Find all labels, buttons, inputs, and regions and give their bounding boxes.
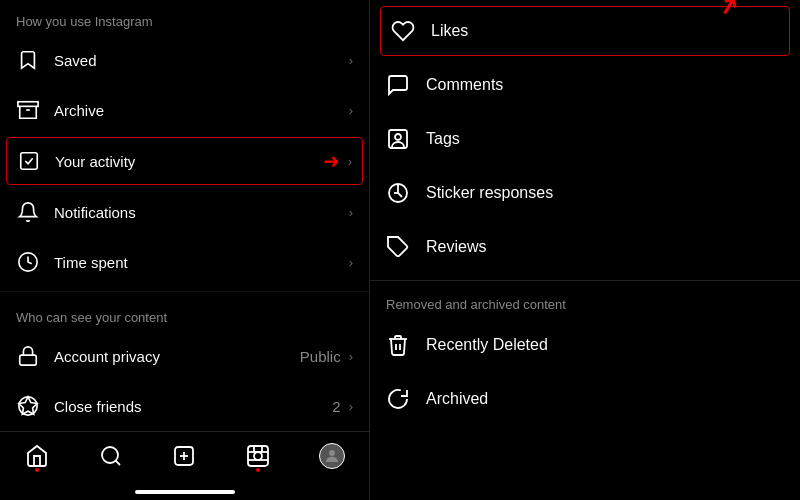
- home-nav-dot: [35, 468, 39, 472]
- menu-item-your-activity[interactable]: Your activity ➜ ›: [6, 137, 363, 185]
- right-panel: Likes ➜ Comments Tags: [370, 0, 800, 500]
- account-privacy-label: Account privacy: [54, 348, 160, 365]
- section1-label: How you use Instagram: [0, 0, 369, 35]
- tag-person-icon: [386, 127, 410, 151]
- left-panel: How you use Instagram Saved › Ar: [0, 0, 370, 500]
- left-arrow-annotation: ➜: [323, 149, 340, 173]
- menu-item-tags[interactable]: Tags: [370, 112, 800, 166]
- activity-chevron: ›: [348, 154, 352, 169]
- notifications-chevron: ›: [349, 205, 353, 220]
- svg-point-13: [254, 452, 262, 460]
- section-divider: [0, 291, 369, 292]
- likes-label: Likes: [431, 22, 468, 40]
- clock-icon: [16, 250, 40, 274]
- menu-item-archived[interactable]: Archived: [370, 372, 800, 426]
- right-section2-label: Removed and archived content: [370, 287, 800, 318]
- menu-item-comments[interactable]: Comments: [370, 58, 800, 112]
- add-nav-icon[interactable]: [170, 442, 198, 470]
- bottom-nav: [0, 431, 369, 476]
- profile-nav-icon[interactable]: [318, 442, 346, 470]
- svg-rect-12: [248, 446, 268, 466]
- menu-item-close-friends[interactable]: Close friends 2 ›: [0, 381, 369, 431]
- close-friends-label: Close friends: [54, 398, 142, 415]
- search-nav-icon[interactable]: [97, 442, 125, 470]
- account-privacy-chevron: ›: [349, 349, 353, 364]
- close-friends-chevron: ›: [349, 399, 353, 414]
- menu-item-sticker-responses[interactable]: Sticker responses: [370, 166, 800, 220]
- your-activity-label: Your activity: [55, 153, 135, 170]
- comments-label: Comments: [426, 76, 503, 94]
- time-spent-chevron: ›: [349, 255, 353, 270]
- svg-rect-2: [21, 153, 38, 170]
- notifications-label: Notifications: [54, 204, 136, 221]
- heart-icon: [391, 19, 415, 43]
- close-friends-value: 2: [332, 398, 340, 415]
- menu-item-recently-deleted[interactable]: Recently Deleted: [370, 318, 800, 372]
- svg-rect-0: [18, 102, 38, 107]
- svg-point-18: [329, 450, 335, 456]
- svg-point-7: [102, 447, 118, 463]
- home-bar: [135, 490, 235, 494]
- menu-item-reviews[interactable]: Reviews: [370, 220, 800, 274]
- reels-nav-icon[interactable]: [244, 442, 272, 470]
- lock-icon: [16, 344, 40, 368]
- time-spent-label: Time spent: [54, 254, 128, 271]
- sticker-responses-label: Sticker responses: [426, 184, 553, 202]
- recently-deleted-label: Recently Deleted: [426, 336, 548, 354]
- saved-chevron: ›: [349, 53, 353, 68]
- sticker-icon: [386, 181, 410, 205]
- archive-icon: [16, 98, 40, 122]
- archived-label: Archived: [426, 390, 488, 408]
- menu-item-account-privacy[interactable]: Account privacy Public ›: [0, 331, 369, 381]
- menu-item-time-spent[interactable]: Time spent ›: [0, 237, 369, 287]
- home-nav-icon[interactable]: [23, 442, 51, 470]
- reviews-label: Reviews: [426, 238, 486, 256]
- activity-icon: [17, 149, 41, 173]
- star-icon: [16, 394, 40, 418]
- comment-icon: [386, 73, 410, 97]
- bell-icon: [16, 200, 40, 224]
- svg-rect-4: [20, 355, 37, 365]
- avatar: [319, 443, 345, 469]
- trash-icon: [386, 333, 410, 357]
- reviews-icon: [386, 235, 410, 259]
- likes-item-wrapper: Likes ➜: [370, 0, 800, 58]
- svg-point-20: [395, 134, 401, 140]
- svg-line-8: [115, 461, 119, 465]
- right-section-divider: [370, 280, 800, 281]
- account-privacy-value: Public: [300, 348, 341, 365]
- home-indicator: [0, 476, 369, 500]
- archive-label: Archive: [54, 102, 104, 119]
- reels-nav-dot: [256, 468, 260, 472]
- archive-chevron: ›: [349, 103, 353, 118]
- saved-label: Saved: [54, 52, 97, 69]
- archive2-icon: [386, 387, 410, 411]
- tags-label: Tags: [426, 130, 460, 148]
- bookmark-icon: [16, 48, 40, 72]
- section2-label: Who can see your content: [0, 296, 369, 331]
- menu-item-notifications[interactable]: Notifications ›: [0, 187, 369, 237]
- menu-item-saved[interactable]: Saved ›: [0, 35, 369, 85]
- menu-item-archive[interactable]: Archive ›: [0, 85, 369, 135]
